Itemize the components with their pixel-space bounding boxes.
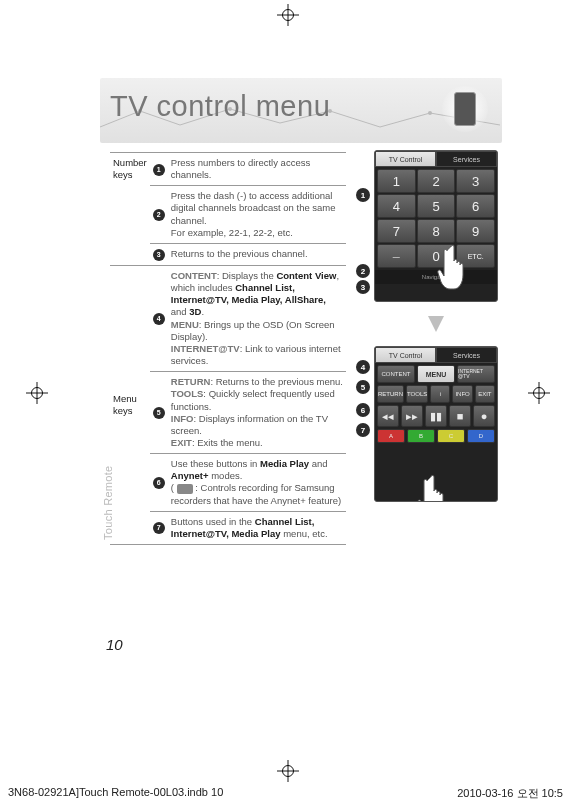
callout-2: 2 bbox=[356, 264, 370, 278]
badge-1: 1 bbox=[153, 164, 165, 176]
device-mockups: TV Control Services 1 2 3 4 5 6 7 8 9 — … bbox=[356, 150, 504, 502]
key-pause: ▮▮ bbox=[425, 405, 447, 427]
tab-services: Services bbox=[436, 151, 497, 167]
footer-left: 3N68-02921A]Touch Remote-00L03.indb 10 bbox=[8, 786, 223, 801]
badge-5: 5 bbox=[153, 407, 165, 419]
key-content: CONTENT bbox=[377, 365, 415, 383]
key-1: 1 bbox=[377, 169, 416, 193]
group-label-number-keys: Number keys bbox=[110, 153, 150, 266]
callout-6: 6 bbox=[356, 403, 370, 417]
key-tools: TOOLS bbox=[406, 385, 428, 403]
key-info: INFO bbox=[452, 385, 472, 403]
callout-1: 1 bbox=[356, 188, 370, 202]
key-7: 7 bbox=[377, 219, 416, 243]
badge-3: 3 bbox=[153, 249, 165, 261]
desc-1: Press numbers to directly access channel… bbox=[168, 153, 346, 186]
desc-2: Press the dash (-) to access additional … bbox=[168, 186, 346, 244]
key-9: 9 bbox=[456, 219, 495, 243]
badge-6: 6 bbox=[153, 477, 165, 489]
key-dash: — bbox=[377, 244, 416, 268]
key-8: 8 bbox=[417, 219, 456, 243]
key-rewind: ◂◂ bbox=[377, 405, 399, 427]
key-5: 5 bbox=[417, 194, 456, 218]
hand-icon bbox=[437, 241, 477, 291]
key-4: 4 bbox=[377, 194, 416, 218]
phone-mockup-keypad: TV Control Services 1 2 3 4 5 6 7 8 9 — … bbox=[374, 150, 498, 302]
key-return: RETURN bbox=[377, 385, 404, 403]
key-i: i bbox=[430, 385, 450, 403]
callout-5: 5 bbox=[356, 380, 370, 394]
tab-tv-control: TV Control bbox=[375, 347, 436, 363]
key-stop: ■ bbox=[449, 405, 471, 427]
registration-mark-icon bbox=[277, 760, 299, 782]
key-color-d: D bbox=[467, 429, 495, 443]
footer-right: 2010-03-16 오전 10:5 bbox=[457, 786, 563, 801]
page-banner: TV control menu bbox=[100, 78, 502, 143]
svg-point-15 bbox=[428, 111, 432, 115]
keypad: 1 2 3 4 5 6 7 8 9 — 0 ETC. bbox=[375, 167, 497, 270]
key-2: 2 bbox=[417, 169, 456, 193]
badge-4: 4 bbox=[153, 313, 165, 325]
hand-icon bbox=[417, 471, 457, 502]
key-ff: ▸▸ bbox=[401, 405, 423, 427]
page-number: 10 bbox=[106, 636, 123, 653]
badge-7: 7 bbox=[153, 522, 165, 534]
group-label-menu-keys: Menu keys bbox=[110, 265, 150, 544]
registration-mark-icon bbox=[528, 382, 550, 404]
banner-phone-icon bbox=[442, 86, 488, 132]
callout-7: 7 bbox=[356, 423, 370, 437]
key-menu: MENU bbox=[417, 365, 455, 383]
feature-table: Number keys 1 Press numbers to directly … bbox=[110, 152, 346, 545]
key-record: ● bbox=[473, 405, 495, 427]
registration-mark-icon bbox=[277, 4, 299, 26]
key-color-a: A bbox=[377, 429, 405, 443]
tab-tv-control: TV Control bbox=[375, 151, 436, 167]
desc-7: Buttons used in the Channel List, Intern… bbox=[168, 511, 346, 544]
key-color-c: C bbox=[437, 429, 465, 443]
callout-3: 3 bbox=[356, 280, 370, 294]
key-exit: EXIT bbox=[475, 385, 495, 403]
desc-3: Returns to the previous channel. bbox=[168, 243, 346, 265]
registration-mark-icon bbox=[26, 382, 48, 404]
page-title: TV control menu bbox=[110, 90, 330, 123]
phone-mockup-menu: TV Control Services CONTENT MENU INTERNE… bbox=[374, 346, 498, 502]
key-3: 3 bbox=[456, 169, 495, 193]
desc-5: RETURN: Returns to the previous menu.TOO… bbox=[168, 372, 346, 454]
tab-services: Services bbox=[436, 347, 497, 363]
nav-bar: Navigation bbox=[375, 270, 497, 284]
key-color-b: B bbox=[407, 429, 435, 443]
desc-6: Use these buttons in Media Play and Anyn… bbox=[168, 454, 346, 512]
badge-2: 2 bbox=[153, 209, 165, 221]
key-internet-tv: INTERNET @TV bbox=[457, 365, 495, 383]
desc-4: CONTENT: Displays the Content View, whic… bbox=[168, 265, 346, 371]
print-footer: 3N68-02921A]Touch Remote-00L03.indb 10 2… bbox=[0, 786, 571, 801]
callout-4: 4 bbox=[356, 360, 370, 374]
side-label: Touch Remote bbox=[102, 465, 114, 540]
down-arrow-icon bbox=[374, 312, 498, 336]
key-6: 6 bbox=[456, 194, 495, 218]
